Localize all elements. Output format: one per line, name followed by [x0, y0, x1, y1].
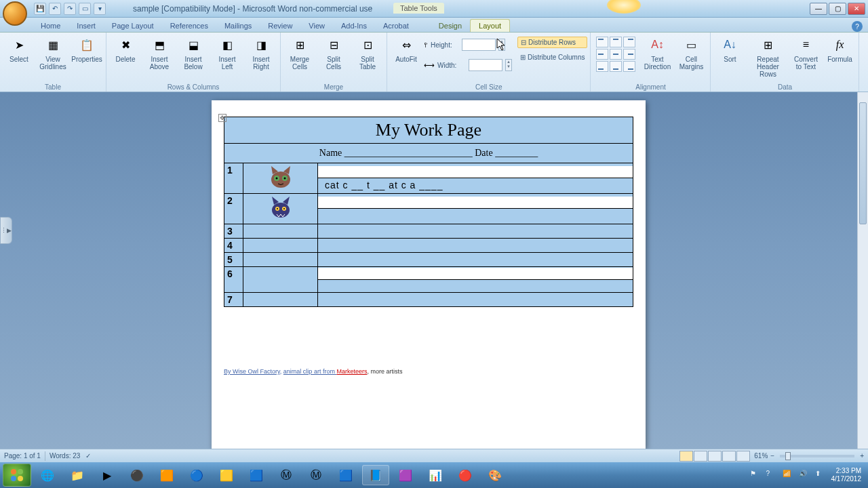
- width-spinner[interactable]: ▲▼: [505, 59, 512, 71]
- split-cells-button[interactable]: ⊟Split Cells: [317, 34, 350, 72]
- taskbar-chrome[interactable]: 🔴: [452, 465, 479, 485]
- taskbar-hp[interactable]: ⚫: [123, 465, 151, 485]
- taskbar-mcafee[interactable]: Ⓜ: [273, 465, 300, 485]
- row-text[interactable]: cat c __ t __ at c a ____: [318, 163, 633, 194]
- row-number[interactable]: 3: [224, 224, 243, 239]
- maximize-button[interactable]: ▢: [829, 3, 846, 15]
- tray-action-center[interactable]: ⚑: [750, 470, 761, 481]
- scrollbar-thumb[interactable]: [859, 102, 867, 224]
- insert-above-button[interactable]: ⬒Insert Above: [143, 34, 176, 72]
- cell-margins-button[interactable]: ▭Cell Margins: [675, 34, 707, 72]
- insert-left-button[interactable]: ◧Insert Left: [211, 34, 243, 72]
- insert-right-button[interactable]: ◨Insert Right: [245, 34, 277, 72]
- row-number[interactable]: 5: [224, 253, 243, 267]
- align-middle-center[interactable]: [610, 49, 622, 60]
- autofit-button[interactable]: ⇔AutoFit: [390, 34, 422, 64]
- tab-references[interactable]: References: [162, 20, 216, 32]
- text-direction-button[interactable]: A↕Text Direction: [641, 34, 673, 72]
- office-button[interactable]: [3, 1, 27, 26]
- taskbar-ie[interactable]: 🌐: [34, 465, 61, 485]
- insert-below-button[interactable]: ⬓Insert Below: [177, 34, 210, 72]
- row-text[interactable]: [318, 194, 633, 224]
- taskbar-app4[interactable]: 🟦: [243, 465, 270, 485]
- worksheet-title[interactable]: My Work Page: [224, 117, 633, 144]
- align-middle-right[interactable]: [623, 49, 635, 60]
- spell-check-icon[interactable]: ✓: [85, 452, 91, 460]
- height-input[interactable]: [462, 39, 496, 51]
- taskbar-explorer[interactable]: 📁: [64, 465, 91, 485]
- view-full-screen[interactable]: [694, 451, 707, 462]
- worksheet-meta[interactable]: Name ___________________________ Date __…: [224, 144, 633, 163]
- repeat-header-button[interactable]: ⊞Repeat Header Rows: [747, 34, 788, 79]
- taskbar-word[interactable]: 📘: [362, 465, 389, 485]
- worksheet-table[interactable]: My Work Page Name ______________________…: [224, 117, 633, 307]
- tab-acrobat[interactable]: Acrobat: [375, 20, 417, 32]
- vertical-scrollbar[interactable]: [857, 92, 868, 449]
- merge-cells-button[interactable]: ⊞Merge Cells: [283, 34, 316, 72]
- view-gridlines-button[interactable]: ▦View Gridlines: [37, 34, 69, 72]
- qat-save[interactable]: 💾: [34, 3, 46, 15]
- taskbar-pre[interactable]: 🟪: [392, 465, 419, 485]
- qat-more[interactable]: ▾: [94, 3, 106, 15]
- table-move-handle[interactable]: ✥: [218, 114, 226, 122]
- taskbar-app2[interactable]: 🔵: [183, 465, 210, 485]
- row-number[interactable]: 4: [224, 239, 243, 253]
- width-input[interactable]: [469, 59, 502, 71]
- taskbar-app6[interactable]: 📊: [422, 465, 449, 485]
- tab-page-layout[interactable]: Page Layout: [104, 20, 162, 32]
- align-top-right[interactable]: [623, 37, 635, 47]
- status-words[interactable]: Words: 23: [50, 452, 80, 460]
- credit-link-1[interactable]: By Wise Owl Factory: [224, 368, 280, 375]
- sort-button[interactable]: A↓Sort: [713, 34, 746, 64]
- tab-review[interactable]: Review: [260, 20, 300, 32]
- tab-home[interactable]: Home: [33, 20, 68, 32]
- zoom-in[interactable]: +: [860, 452, 864, 460]
- delete-button[interactable]: ✖Delete: [109, 34, 142, 64]
- taskbar-pse[interactable]: 🟦: [332, 465, 359, 485]
- help-button[interactable]: ?: [852, 21, 863, 32]
- view-web[interactable]: [708, 451, 722, 462]
- qat-undo[interactable]: ↶: [49, 3, 61, 15]
- credit-link-2[interactable]: animal clip art from: [283, 368, 337, 375]
- view-print-layout[interactable]: [679, 451, 693, 462]
- row-number[interactable]: 1: [224, 163, 243, 194]
- row-number[interactable]: 6: [224, 267, 243, 293]
- row-image-bat[interactable]: [243, 194, 318, 224]
- taskbar-media[interactable]: ▶: [94, 465, 121, 485]
- close-button[interactable]: ✕: [848, 3, 865, 15]
- tray-network[interactable]: 📶: [783, 470, 793, 481]
- tab-insert[interactable]: Insert: [68, 20, 104, 32]
- align-bottom-left[interactable]: [596, 61, 608, 72]
- taskbar-app1[interactable]: 🟧: [153, 465, 180, 485]
- tab-layout[interactable]: Layout: [470, 19, 510, 32]
- zoom-level[interactable]: 61%: [754, 452, 768, 460]
- align-top-center[interactable]: [610, 37, 622, 47]
- view-draft[interactable]: [736, 451, 750, 462]
- row-image-cat[interactable]: [243, 163, 318, 194]
- convert-to-text-button[interactable]: ≡Convert to Text: [789, 34, 822, 72]
- taskbar-app5[interactable]: Ⓜ: [302, 465, 330, 485]
- tray-app[interactable]: ⬆: [815, 470, 826, 481]
- select-button[interactable]: ➤Select: [3, 34, 35, 64]
- zoom-thumb[interactable]: [785, 452, 791, 460]
- split-table-button[interactable]: ⊡Split Table: [351, 34, 384, 72]
- tab-addins[interactable]: Add-Ins: [333, 20, 375, 32]
- tab-mailings[interactable]: Mailings: [216, 20, 260, 32]
- start-button[interactable]: [3, 464, 31, 487]
- tray-volume[interactable]: 🔊: [799, 470, 810, 481]
- tab-design[interactable]: Design: [431, 20, 470, 32]
- distribute-rows-button[interactable]: ⊟Distribute Rows: [517, 37, 587, 48]
- row-number[interactable]: 2: [224, 194, 243, 224]
- clock[interactable]: 2:33 PM 4/17/2012: [831, 467, 862, 483]
- align-bottom-right[interactable]: [623, 61, 635, 72]
- qat-redo[interactable]: ↷: [64, 3, 76, 15]
- taskbar-app3[interactable]: 🟨: [213, 465, 240, 485]
- credit-link-3[interactable]: Marketeers: [336, 368, 367, 375]
- align-top-left[interactable]: [596, 37, 608, 47]
- qat-print[interactable]: ▭: [79, 3, 91, 15]
- view-outline[interactable]: [722, 451, 736, 462]
- minimize-button[interactable]: —: [810, 3, 827, 15]
- row-number[interactable]: 7: [224, 293, 243, 307]
- tray-help[interactable]: ?: [766, 470, 777, 481]
- properties-button[interactable]: 📋Properties: [71, 34, 103, 64]
